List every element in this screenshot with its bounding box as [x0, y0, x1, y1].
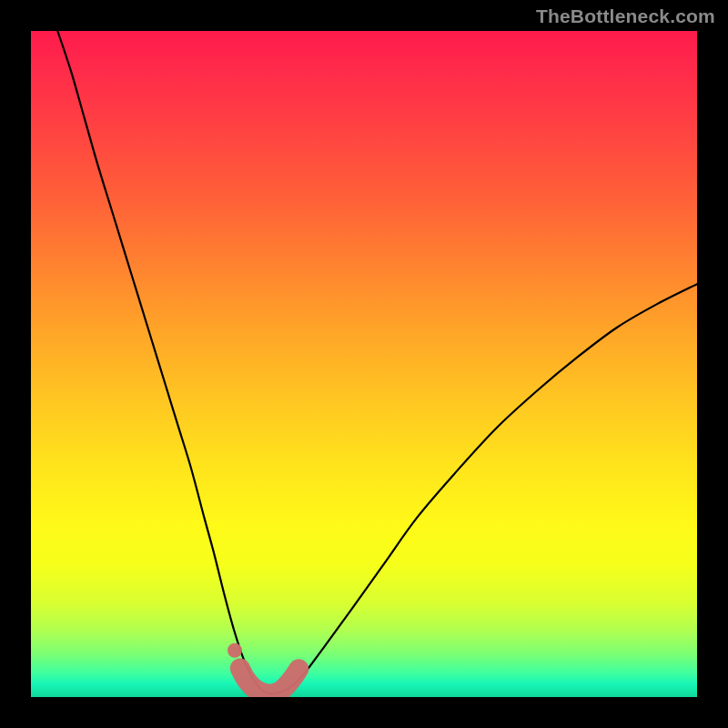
chart-frame: TheBottleneck.com: [0, 0, 728, 728]
bottleneck-curve: [57, 31, 697, 693]
plot-area: [31, 31, 697, 697]
highlight-band: [228, 643, 298, 694]
curve-svg: [31, 31, 697, 697]
watermark-text: TheBottleneck.com: [536, 5, 715, 27]
svg-point-0: [228, 643, 242, 658]
